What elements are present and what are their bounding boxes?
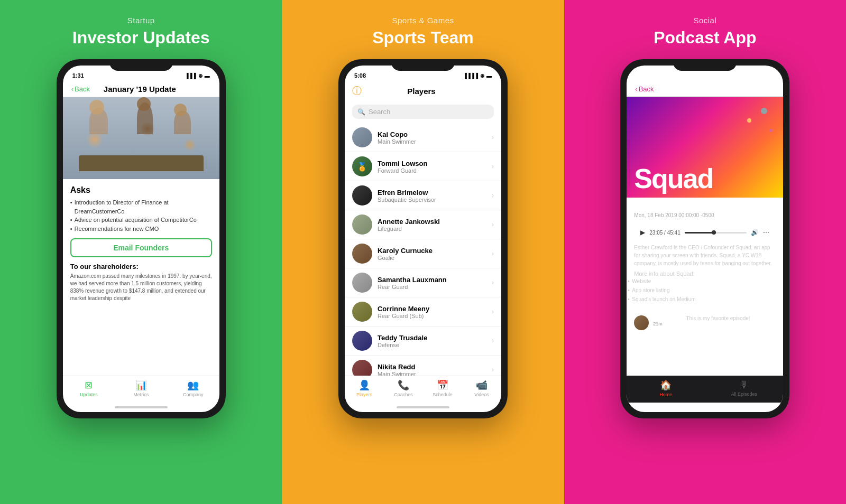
player-item-1[interactable]: 🏅 Tommi Lowson Forward Guard ›	[345, 152, 501, 181]
player-item-4[interactable]: Karoly Curnucke Goalie ›	[345, 239, 501, 268]
player-name-2: Efren Brimelow	[378, 189, 486, 197]
podcast-description: Esther Crawford is the CEO / Cofounder o…	[627, 244, 783, 267]
tab-home[interactable]: 🏠 Home	[627, 379, 705, 397]
panel2-category: Sports & Games	[392, 16, 454, 25]
tab-updates[interactable]: ⊠ Updates	[63, 379, 115, 397]
more-info-bullet-0[interactable]: Website	[627, 277, 783, 286]
player-avatar-4	[352, 244, 372, 264]
progress-bar[interactable]	[685, 232, 747, 234]
player-item-0[interactable]: Kai Copo Main Swimmer ›	[345, 123, 501, 152]
back-button-1[interactable]: ‹ Back	[71, 85, 90, 93]
bullet-3: Recommendations for new CMO	[70, 225, 212, 234]
tab-bar-3: 🏠 Home 🎙 All Episodes	[627, 376, 783, 403]
chevron-6: ›	[492, 308, 494, 315]
tab-all-episodes[interactable]: 🎙 All Episodes	[705, 379, 783, 397]
battery-icon-3: ▬	[768, 73, 774, 79]
tab-metrics[interactable]: 📊 Metrics	[115, 379, 167, 397]
volume-icon[interactable]: 🔊	[751, 229, 759, 236]
signal-icon-2: ▐▐▐▐	[463, 73, 478, 79]
status-icons-1: ▐▐▐ ⊛ ▬	[185, 73, 209, 79]
more-info-bullet-1[interactable]: App store listing	[627, 286, 783, 295]
player-avatar-7	[352, 331, 372, 351]
email-founders-button[interactable]: Email Founders	[70, 238, 212, 257]
table-illustration	[79, 155, 204, 171]
player-item-5[interactable]: Samantha Lauxmann Rear Guard ›	[345, 268, 501, 297]
player-name-6: Corrinne Meeny	[378, 305, 486, 313]
wifi-icon-3: ⊛	[762, 73, 766, 79]
shareholder-text: Amazon.com passed many milestones in 199…	[63, 273, 219, 302]
player-item-3[interactable]: Annette Jankowski Lifeguard ›	[345, 210, 501, 239]
player-info-1: Tommi Lowson Forward Guard	[378, 160, 486, 174]
tab-bar-1: ⊠ Updates 📊 Metrics 👥 Company	[63, 376, 219, 403]
back-chevron-3: ‹	[635, 85, 637, 93]
coaches-icon: 📞	[398, 379, 409, 391]
tab-coaches[interactable]: 📞 Coaches	[384, 379, 423, 397]
status-time-1: 1:31	[72, 72, 84, 79]
chevron-0: ›	[492, 134, 494, 141]
chevron-7: ›	[492, 337, 494, 344]
comment-text: David Siegel This is my favorite episode…	[653, 315, 750, 321]
panel1-category: Startup	[127, 16, 155, 25]
player-item-2[interactable]: Efren Brimelow Subaquatic Supervisor ›	[345, 181, 501, 210]
more-info-bullet-2[interactable]: Squad's launch on Medium	[627, 295, 783, 304]
player-role-2: Subaquatic Supervisor	[378, 197, 486, 203]
home-indicator-2	[345, 403, 501, 412]
player-name-7: Teddy Trusdale	[378, 334, 486, 342]
player-item-6[interactable]: Corrinne Meeny Rear Guard (Sub) ›	[345, 297, 501, 326]
player-info-7: Teddy Trusdale Defense	[378, 334, 486, 348]
panel3-category: Social	[693, 16, 716, 25]
player-info-4: Karoly Curnucke Goalie	[378, 247, 486, 261]
player-avatar-8	[352, 360, 372, 376]
player-info-6: Corrinne Meeny Rear Guard (Sub)	[378, 305, 486, 319]
signal-icon-3: ▐▐▐	[749, 73, 760, 79]
comments-label: 1 comment	[627, 304, 783, 313]
player-item-7[interactable]: Teddy Trusdale Defense ›	[345, 326, 501, 356]
podcast-cover: Squad	[627, 97, 783, 198]
panel-startup: Startup Investor Updates 1:31 ▐▐▐ ⊛ ▬ ‹ …	[0, 0, 282, 504]
player-role-7: Defense	[378, 342, 486, 348]
podcast-cover-word: Squad	[634, 165, 713, 192]
tab-videos[interactable]: 📹 Videos	[462, 379, 501, 397]
nav-title-2: Players	[362, 87, 481, 96]
panel-sports: Sports & Games Sports Team 5:08 ▐▐▐▐ ⊛ ▬…	[282, 0, 564, 504]
phone-3: 6:36 ▐▐▐ ⊛ ▬ ‹ Back Squad: Esther Crawfo…	[620, 59, 789, 418]
search-input[interactable]: Search	[369, 108, 390, 116]
chevron-3: ›	[492, 221, 494, 228]
search-bar[interactable]: 🔍 Search	[352, 105, 494, 119]
schedule-icon: 📅	[437, 379, 448, 391]
nav-bar-1: ‹ Back January '19 Update	[63, 82, 219, 97]
shareholder-title: To our shareholders:	[63, 263, 219, 270]
player-item-8[interactable]: Nikita Redd Main Swimmer ›	[345, 356, 501, 376]
status-time-3: 6:36	[636, 72, 648, 79]
nav-title-1: January '19 Update	[90, 85, 190, 94]
play-button[interactable]: ▶	[640, 229, 645, 236]
nav-title-3: Squad: Esther Crawford	[654, 85, 754, 94]
tab-company[interactable]: 👥 Company	[167, 379, 219, 397]
comment-body: This is my favorite episode!	[686, 315, 750, 321]
player-time: 23:05 / 45:41	[649, 230, 680, 236]
player-info-5: Samantha Lauxmann Rear Guard	[378, 276, 486, 290]
panel2-title: Sports Team	[372, 28, 473, 48]
player-info-2: Efren Brimelow Subaquatic Supervisor	[378, 189, 486, 203]
info-icon[interactable]: ⓘ	[352, 85, 362, 97]
bullet-1: Introduction to Director of Finance at D…	[70, 198, 212, 216]
chevron-8: ›	[492, 366, 494, 374]
back-button-3[interactable]: ‹ Back	[635, 85, 654, 93]
battery-icon-2: ▬	[486, 73, 492, 79]
panel1-title: Investor Updates	[72, 28, 210, 48]
player-avatar-2	[352, 185, 372, 206]
notch-1	[109, 59, 173, 71]
player-info-0: Kai Copo Main Swimmer	[378, 130, 486, 145]
status-time-2: 5:08	[354, 72, 366, 79]
phone-screen-2: 5:08 ▐▐▐▐ ⊛ ▬ ⓘ Players 🔍 Search	[345, 66, 501, 412]
player-role-8: Main Swimmer	[378, 371, 486, 376]
tab-schedule[interactable]: 📅 Schedule	[423, 379, 462, 397]
player-name-3: Annette Jankowski	[378, 218, 486, 226]
episode-date: Mon, 18 Feb 2019 00:00:00 -0500	[634, 212, 776, 218]
updates-icon: ⊠	[85, 379, 93, 391]
tab-players[interactable]: 👤 Players	[345, 379, 384, 397]
panel-social: Social Podcast App 6:36 ▐▐▐ ⊛ ▬ ‹ Back S…	[564, 0, 846, 504]
chevron-4: ›	[492, 250, 494, 257]
more-icon[interactable]: ⋯	[763, 229, 769, 236]
chevron-5: ›	[492, 279, 494, 286]
